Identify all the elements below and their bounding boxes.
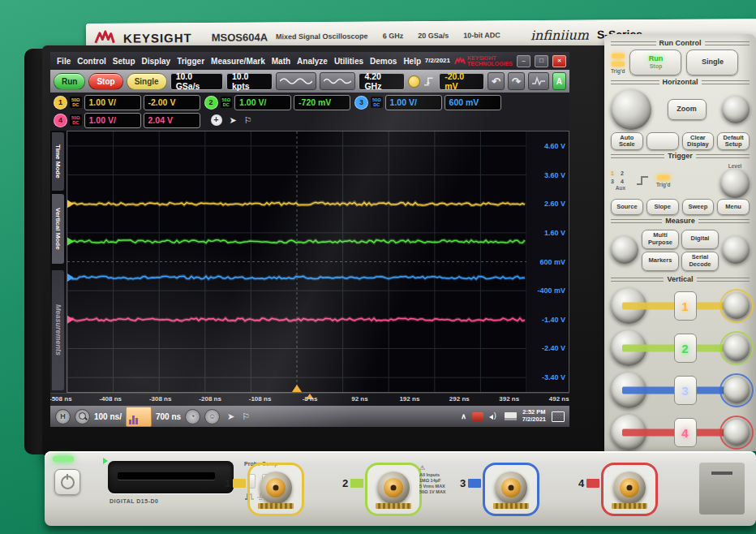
auto-scale-button[interactable]: Auto Scale <box>611 132 643 150</box>
menu-item-setup[interactable]: Setup <box>110 57 139 66</box>
speaker-icon[interactable] <box>489 412 499 421</box>
tray-app-icon[interactable] <box>472 412 483 421</box>
touch-icon[interactable]: ◔ <box>185 409 200 424</box>
horizontal-position-knob[interactable] <box>722 96 750 123</box>
run-button[interactable]: Run <box>54 73 85 90</box>
close-button[interactable]: × <box>552 55 566 67</box>
channel-1-coupling[interactable]: 50ΩDC <box>70 97 82 108</box>
timebase-scale[interactable]: 100 ns/ <box>94 412 122 421</box>
timebase-position[interactable]: 700 ns <box>156 412 181 421</box>
minimize-button[interactable]: – <box>517 55 530 67</box>
menu-item-file[interactable]: File <box>54 57 74 66</box>
single-button[interactable]: Single <box>127 73 167 90</box>
trigger-menu-button[interactable]: Menu <box>717 199 750 215</box>
multi-purpose-button[interactable]: Multi Purpose <box>642 230 679 249</box>
channel-3-input[interactable] <box>483 463 539 516</box>
channel-2-badge[interactable]: 2 <box>204 96 218 110</box>
channel-3-coupling[interactable]: 50ΩDC <box>371 97 383 108</box>
tray-expand-icon[interactable]: ∧ <box>461 412 466 420</box>
default-setup-button[interactable]: Default Setup <box>717 132 750 150</box>
expand-arrow-icon[interactable]: ➤ <box>230 115 237 126</box>
zoom-search-button[interactable] <box>75 409 90 424</box>
undo-button[interactable]: ↶ <box>488 72 505 90</box>
redo-button[interactable]: ↷ <box>508 72 525 90</box>
arrow-icon[interactable]: ➤ <box>227 411 234 422</box>
menu-item-analyze[interactable]: Analyze <box>294 57 331 66</box>
graticule[interactable] <box>67 131 526 393</box>
add-waveform-button[interactable]: + <box>211 114 222 126</box>
horizontal-blank-button[interactable] <box>646 132 679 150</box>
trigger-slope-button[interactable]: Slope <box>646 199 679 215</box>
menu-item-utilities[interactable]: Utilities <box>331 57 367 66</box>
channel-1-offset-field[interactable]: -2.00 V <box>144 95 200 110</box>
serial-decode-button[interactable]: Serial Decode <box>681 252 719 271</box>
trigger-level-field[interactable]: -20.0 mV <box>439 73 484 90</box>
tab-vertical-mode[interactable]: Vertical Mode <box>52 194 64 264</box>
annotation-button[interactable]: A <box>552 72 566 90</box>
channel-3-on-off-button[interactable]: 3 <box>674 376 697 405</box>
maximize-button[interactable]: □ <box>535 55 548 67</box>
channel-4-coupling[interactable]: 50ΩDC <box>70 114 82 126</box>
clear-display-button[interactable]: Clear Display <box>682 132 715 150</box>
trigger-sweep-button[interactable]: Sweep <box>682 199 715 215</box>
channel-3-scale-field[interactable]: 1.00 V/ <box>385 95 442 110</box>
menu-item-display[interactable]: Display <box>139 57 174 66</box>
measure-right-knob[interactable] <box>722 236 750 264</box>
channel-3-offset-field[interactable]: 600 mV <box>445 95 501 110</box>
menu-item-control[interactable]: Control <box>74 57 110 66</box>
tab-time-mode[interactable]: Time Mode <box>52 132 64 191</box>
keyboard-icon[interactable] <box>505 412 517 420</box>
channel-2-scale-field[interactable]: 1.00 V/ <box>234 95 291 110</box>
channel-4-badge[interactable]: 4 <box>54 114 67 127</box>
pin-icon[interactable]: ⚐ <box>242 411 250 422</box>
channel-1-on-off-button[interactable]: 1 <box>674 291 697 321</box>
channel-1-badge[interactable]: 1 <box>54 96 67 110</box>
waveform-style-button[interactable] <box>276 72 316 90</box>
run-stop-button[interactable]: Run Stop <box>629 50 681 75</box>
channel-2-input[interactable] <box>365 463 422 516</box>
memory-depth-field[interactable]: 10.0 kpts <box>226 73 273 90</box>
user-icon[interactable]: ☺ <box>204 409 220 424</box>
waveform-tool-button[interactable] <box>528 72 549 90</box>
bandwidth-field[interactable]: 4.20 GHz <box>359 73 405 90</box>
tray-clock[interactable]: 2:52 PM 7/2/2021 <box>522 409 546 423</box>
sample-rate-field[interactable]: 10.0 GSa/s <box>170 73 223 90</box>
trigger-source-button[interactable]: Source <box>611 199 643 215</box>
zoom-button[interactable]: Zoom <box>668 99 707 120</box>
channel-4-scale-field[interactable]: 1.00 V/ <box>84 113 141 128</box>
tab-measurements[interactable]: Measurements <box>52 270 64 390</box>
power-button[interactable] <box>54 469 80 495</box>
channel-1-input[interactable] <box>247 463 304 516</box>
measure-left-knob[interactable] <box>611 236 638 264</box>
trigger-led-2: 2 <box>621 170 630 177</box>
horizontal-menu-icon[interactable]: H <box>55 409 71 424</box>
single-trigger-button[interactable]: Single <box>686 50 738 75</box>
channel-1-scale-field[interactable]: 1.00 V/ <box>84 95 141 110</box>
time-tick: -508 ns <box>50 395 72 403</box>
channel-2-coupling[interactable]: 50ΩDC <box>221 97 233 108</box>
menu-item-help[interactable]: Help <box>400 57 424 66</box>
horizontal-scale-knob[interactable] <box>611 89 651 130</box>
channel-3-badge[interactable]: 3 <box>354 96 368 110</box>
pin-icon[interactable]: ⚐ <box>244 115 252 126</box>
menu-item-measure-mark[interactable]: Measure/Mark <box>208 57 268 66</box>
digital-button[interactable]: Digital <box>681 230 719 249</box>
menu-item-demos[interactable]: Demos <box>367 57 400 66</box>
menu-item-math[interactable]: Math <box>268 57 294 66</box>
channel-4-on-off-button[interactable]: 4 <box>674 418 697 447</box>
menu-item-trigger[interactable]: Trigger <box>174 57 208 66</box>
time-tick: 292 ns <box>449 395 470 403</box>
trigger-source-indicator[interactable] <box>408 75 420 88</box>
show-desktop-icon[interactable] <box>552 411 565 422</box>
channel-4-input[interactable] <box>601 463 658 516</box>
stop-button[interactable]: Stop <box>88 73 122 90</box>
histogram-tool-button[interactable] <box>126 407 152 427</box>
screen-bezel: FileControlSetupDisplayTriggerMeasure/Ma… <box>42 45 610 456</box>
acquisition-mode-button[interactable] <box>320 72 355 90</box>
channel-2-on-off-button[interactable]: 2 <box>674 334 697 363</box>
markers-button[interactable]: Markers <box>642 252 679 271</box>
trigger-level-knob[interactable] <box>720 169 750 198</box>
digital-probe-connector[interactable] <box>108 461 234 493</box>
channel-4-offset-field[interactable]: 2.04 V <box>144 113 200 128</box>
channel-2-offset-field[interactable]: -720 mV <box>294 95 350 110</box>
